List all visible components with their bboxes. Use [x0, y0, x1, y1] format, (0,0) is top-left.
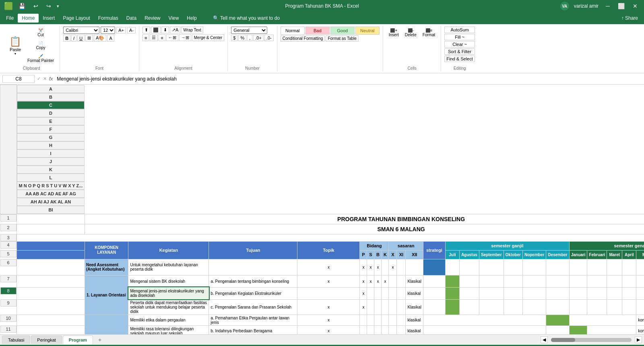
scrollbar-thumb[interactable]	[551, 338, 575, 342]
cell-jan10[interactable]	[546, 315, 569, 325]
cell-p8[interactable]	[297, 287, 360, 299]
cut-button[interactable]: ✂️ Cut	[25, 27, 56, 39]
cell-c8-selected[interactable]: Mengenal jenis-jensi ekstrakurikuler yan…	[128, 287, 209, 299]
cell-b6m[interactable]: x	[367, 259, 374, 275]
menu-formulas[interactable]: Formulas	[94, 14, 122, 23]
wrap-text-btn[interactable]: Wrap Text	[181, 27, 203, 33]
increase-decimal-btn[interactable]: .0+	[253, 35, 264, 41]
merge-center-btn[interactable]: Merge & Center	[192, 34, 225, 41]
cell-s9[interactable]: x	[360, 299, 367, 315]
cell-jan6[interactable]	[546, 259, 569, 275]
cell-k6[interactable]: x	[374, 259, 382, 275]
formula-input[interactable]	[55, 75, 642, 83]
menu-view[interactable]: View	[165, 14, 183, 23]
cell-mei7[interactable]	[622, 275, 636, 287]
font-size-select[interactable]: 12	[101, 27, 115, 34]
cell-jun9[interactable]	[636, 299, 644, 315]
menu-file[interactable]: File	[2, 14, 18, 23]
align-center-btn[interactable]: ☰	[150, 34, 158, 41]
cell-jun8[interactable]	[636, 287, 644, 299]
cell-des8[interactable]	[522, 287, 546, 299]
insert-cell-btn[interactable]: ⬛+ Insert	[386, 27, 401, 39]
col-C[interactable]: C	[17, 101, 85, 109]
cell-k9[interactable]	[374, 299, 382, 315]
cell-ganjil10[interactable]	[423, 315, 546, 325]
cell-apr8[interactable]	[607, 287, 622, 299]
cell-k11[interactable]	[374, 325, 382, 334]
cell-xi7[interactable]	[389, 275, 397, 287]
align-top-btn[interactable]: ⬆	[142, 27, 150, 33]
cell-okt6[interactable]	[479, 259, 504, 275]
col-B[interactable]: B	[17, 93, 85, 101]
cell-genap11[interactable]	[587, 325, 636, 334]
formula-btn-cancel[interactable]: ✕	[43, 76, 47, 81]
tab-peringkat[interactable]: Peringkat	[31, 336, 62, 344]
cell-x6[interactable]	[382, 259, 389, 275]
col-E[interactable]: E	[17, 117, 85, 125]
cell-strategi7[interactable]: Klasikal	[406, 275, 423, 287]
format-painter-button[interactable]: 🖌️ Format Painter	[25, 52, 56, 64]
align-bottom-btn[interactable]: ⬇	[161, 27, 169, 33]
cell-xii10[interactable]	[397, 315, 406, 325]
cell-strategi9[interactable]: Klasikal	[406, 299, 423, 315]
cell-des6[interactable]	[522, 259, 546, 275]
save-btn[interactable]: 💾	[16, 2, 28, 10]
cell-mei9[interactable]	[622, 299, 636, 315]
comma-btn[interactable]: ,	[247, 35, 252, 41]
cell-jan7[interactable]	[546, 275, 569, 287]
cell-apr6[interactable]	[607, 259, 622, 275]
col-D[interactable]: D	[17, 109, 85, 117]
cell-s6[interactable]: x	[360, 259, 367, 275]
cell-jan9[interactable]	[546, 299, 569, 315]
close-btn[interactable]: ✕	[630, 2, 640, 10]
cell-mar8[interactable]	[587, 287, 607, 299]
cell-jan8[interactable]	[546, 287, 569, 299]
col-I[interactable]: I	[17, 149, 85, 157]
copy-button[interactable]: 📄 Copy	[25, 39, 56, 52]
menu-review[interactable]: Review	[140, 14, 164, 23]
cell-juli8[interactable]	[423, 287, 445, 299]
fill-btn[interactable]: Fill ~	[444, 34, 475, 40]
cell-juli6[interactable]	[423, 259, 445, 275]
col-H[interactable]: H	[17, 141, 85, 149]
minimize-btn[interactable]: ─	[603, 2, 612, 10]
cell-x7[interactable]: x	[382, 275, 389, 287]
cell-c11[interactable]: Memiliki rasa toleransi dilingkungan sek…	[128, 325, 209, 334]
menu-data[interactable]: Data	[122, 14, 140, 23]
conditional-formatting-btn[interactable]: Conditional Formatting	[281, 35, 325, 41]
formula-btn-check[interactable]: ✓	[37, 76, 41, 81]
cell-s11[interactable]	[360, 325, 367, 334]
cell-p10[interactable]: x	[297, 315, 360, 325]
cell-sep7[interactable]	[459, 275, 479, 287]
autosum-btn[interactable]: AutoSum	[444, 27, 475, 33]
cell-okt9[interactable]	[479, 299, 504, 315]
cell-aug7[interactable]	[445, 275, 459, 287]
col-months-ganjil[interactable]: AA AB AC AD AE AF AG	[17, 190, 85, 198]
cell-juli9[interactable]	[423, 299, 445, 315]
cell-sep6[interactable]	[459, 259, 479, 275]
col-pelaksana[interactable]: BI	[17, 206, 85, 214]
align-right-btn[interactable]: ≡	[159, 34, 165, 41]
horizontal-scrollbar[interactable]	[551, 338, 632, 342]
menu-tell-me[interactable]: 🔍 Tell me what you want to do	[209, 14, 284, 23]
cell-pel11[interactable]: konselor	[636, 325, 644, 334]
cell-xii8[interactable]	[397, 287, 406, 299]
cell-jan11[interactable]	[546, 325, 569, 334]
currency-btn[interactable]: $	[231, 35, 237, 41]
border-btn[interactable]: ⊞	[85, 35, 93, 41]
cell-d8[interactable]: b. Pengenalan Kegiatan Ekstrakurikuler	[209, 287, 297, 299]
cell-okt7[interactable]	[479, 275, 504, 287]
cell-juli7[interactable]	[423, 275, 445, 287]
fill-color-btn[interactable]: A🎨	[94, 35, 106, 41]
increase-font-btn[interactable]: A+	[116, 27, 126, 33]
undo-btn[interactable]: ↩	[31, 2, 41, 10]
tab-tabulasi[interactable]: Tabulasi	[2, 336, 30, 344]
cell-xii9[interactable]	[397, 299, 406, 315]
cell-a2[interactable]	[17, 224, 85, 234]
cell-feb6[interactable]	[569, 259, 587, 275]
cell-nov9[interactable]	[504, 299, 522, 315]
cell-xi10[interactable]	[389, 315, 397, 325]
cell-b8[interactable]	[367, 287, 374, 299]
cell-genap10[interactable]	[569, 315, 636, 325]
cell-feb7[interactable]	[569, 275, 587, 287]
